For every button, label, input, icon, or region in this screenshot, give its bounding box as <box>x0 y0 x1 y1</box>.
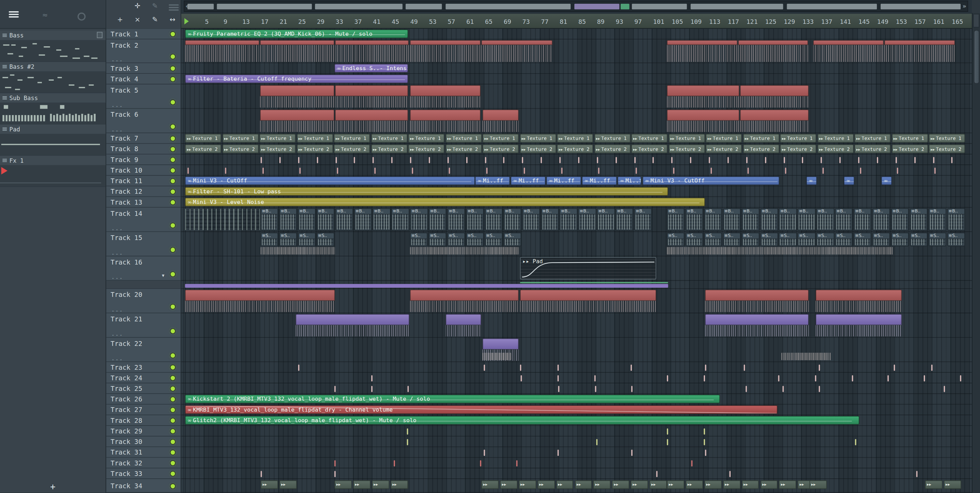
pattern-clip[interactable]: ≡B.. <box>279 208 297 231</box>
texture-clip[interactable]: ▸▸Texture 2 <box>780 144 816 153</box>
texture-clip[interactable]: ▸▸Texture 2 <box>668 144 705 153</box>
knob-icon[interactable] <box>78 13 86 21</box>
mini-clip[interactable]: ▸▸ <box>612 480 630 489</box>
mute-led[interactable] <box>170 32 175 37</box>
mute-led[interactable] <box>170 386 175 391</box>
audio-clip[interactable] <box>740 109 809 132</box>
track-row[interactable]: Track 29 <box>106 426 181 437</box>
note-tick[interactable] <box>704 375 705 381</box>
note-tick[interactable] <box>520 364 521 370</box>
pattern-clip[interactable]: ≡B.. <box>317 208 334 231</box>
mini-clip[interactable]: ▸▸ <box>481 480 498 489</box>
note-tick[interactable] <box>634 156 635 163</box>
note-tick[interactable] <box>727 156 729 163</box>
audio-clip[interactable] <box>738 40 808 63</box>
note-tick[interactable] <box>631 385 633 391</box>
texture-clip[interactable]: ▸▸Texture 2 <box>222 144 259 153</box>
note-tick[interactable] <box>520 375 522 381</box>
pattern-clip[interactable]: ≡B.. <box>336 208 353 231</box>
note-tick[interactable] <box>578 156 579 163</box>
pattern-clip[interactable]: ≡B.. <box>686 208 703 231</box>
pattern-clip[interactable]: ≡B.. <box>261 208 278 231</box>
playlist-track-lane[interactable] <box>181 447 972 458</box>
pattern-clip[interactable]: ≡S.. <box>741 233 759 246</box>
automation-clip[interactable]: ∞Fruity Parametric EQ 2 (3Q_AMD_Kick_06)… <box>185 29 408 38</box>
texture-clip[interactable]: ▸▸Texture 2 <box>334 144 370 153</box>
track-row[interactable]: Track 12 <box>106 186 181 197</box>
playlist-track-lane[interactable]: ∞Fruity Parametric EQ 2 (3Q_AMD_Kick_06)… <box>181 29 972 39</box>
pattern-clip[interactable]: ≡B.. <box>466 208 484 231</box>
pattern-clip[interactable]: ≡B.. <box>816 208 834 231</box>
audio-clip[interactable] <box>410 40 481 63</box>
note-tick[interactable] <box>408 385 409 391</box>
note-tick[interactable] <box>411 167 413 173</box>
mini-clip[interactable]: ▸▸ <box>372 480 389 489</box>
audio-clip[interactable] <box>260 109 334 132</box>
texture-clip[interactable]: ▸▸Texture 2 <box>743 144 779 153</box>
mini-clip[interactable]: ▸▸ <box>390 480 408 489</box>
mini-clip[interactable]: ▸▸ <box>261 480 278 489</box>
mini-clip[interactable]: ▸▸ <box>593 480 611 489</box>
vertical-scrollbar[interactable] <box>972 13 980 493</box>
playlist-track-lane[interactable] <box>181 289 972 314</box>
note-tick[interactable] <box>821 156 822 163</box>
pattern-clip[interactable]: ≡B.. <box>634 208 652 231</box>
texture-clip[interactable]: ▸▸Texture 2 <box>482 144 519 153</box>
note-tick[interactable] <box>943 385 945 391</box>
pattern-clip[interactable]: ≡S.. <box>298 233 316 246</box>
mute-led[interactable] <box>170 247 175 252</box>
pattern-clip[interactable]: ≡S.. <box>835 233 853 246</box>
audio-clip[interactable] <box>667 40 738 63</box>
texture-clip[interactable]: ▸▸Texture 2 <box>854 144 891 153</box>
note-tick[interactable] <box>894 364 895 370</box>
mute-led[interactable] <box>170 472 175 476</box>
playlist-track-lane[interactable]: ▸▸Texture 1▸▸Texture 1▸▸Texture 1▸▸Textu… <box>181 133 972 144</box>
pattern-clip[interactable]: ≡B.. <box>760 208 778 231</box>
pattern-clip[interactable]: ≡B.. <box>579 208 596 231</box>
picker-item-bass-2[interactable]: Bass #2 <box>0 62 105 93</box>
texture-clip[interactable]: ▸▸Texture 2 <box>445 144 482 153</box>
playlist-track-lane[interactable]: ∞Endless S..- Intensit <box>181 63 972 74</box>
note-tick[interactable] <box>858 156 859 163</box>
stretch-tool-icon[interactable]: ↔ <box>167 16 177 24</box>
automation-clip[interactable]: ∞Mi..ff #2 <box>617 176 641 185</box>
audio-clip[interactable] <box>335 109 408 132</box>
note-tick[interactable] <box>557 364 559 370</box>
note-tick[interactable] <box>630 364 632 370</box>
mute-led[interactable] <box>170 305 175 309</box>
note-tick[interactable] <box>299 167 301 173</box>
playlist-track-lane[interactable]: ∞Glitch2 (KMRBI_MTV3_132_vocal_loop_male… <box>181 415 972 426</box>
waveform-strip[interactable] <box>781 353 831 360</box>
pattern-clip[interactable]: ≡S.. <box>705 233 722 246</box>
pattern-clip[interactable]: ≡S.. <box>447 233 465 246</box>
note-tick[interactable] <box>557 375 559 381</box>
mute-led[interactable] <box>170 136 175 140</box>
pattern-clip[interactable]: ≡B.. <box>947 208 965 231</box>
pattern-clip[interactable]: ≡S.. <box>929 233 946 246</box>
note-tick[interactable] <box>541 156 542 163</box>
track-row[interactable]: Track 8 <box>106 144 181 154</box>
note-tick[interactable] <box>705 450 706 456</box>
note-tick[interactable] <box>671 156 673 163</box>
texture-clip[interactable]: ▸▸Texture 2 <box>817 144 854 153</box>
texture-clip[interactable]: ▸▸Texture 1 <box>445 134 482 143</box>
add-track-icon[interactable]: + <box>115 16 125 24</box>
mini-clip[interactable]: ▸▸ <box>353 480 371 489</box>
note-tick[interactable] <box>896 156 897 163</box>
minimized-clip[interactable] <box>520 282 668 283</box>
track-row[interactable]: Track 24 <box>106 373 181 383</box>
track-row[interactable]: Track 33 <box>106 469 181 479</box>
note-tick[interactable] <box>279 156 281 163</box>
mute-led[interactable] <box>170 440 175 444</box>
pattern-clip[interactable]: ≡S.. <box>485 233 503 246</box>
cut-tool-icon[interactable]: × <box>132 16 142 24</box>
track-row[interactable]: Track 15... <box>106 232 181 256</box>
mute-led[interactable] <box>170 158 175 162</box>
mute-led[interactable] <box>170 77 175 81</box>
pattern-clip[interactable]: ≡S.. <box>410 233 428 246</box>
pattern-clip[interactable]: ≡B.. <box>504 208 521 231</box>
note-tick[interactable] <box>960 375 961 381</box>
texture-clip[interactable]: ▸▸Texture 1 <box>929 134 965 143</box>
track-row[interactable]: Track 4 <box>106 74 181 85</box>
note-tick[interactable] <box>503 156 504 163</box>
